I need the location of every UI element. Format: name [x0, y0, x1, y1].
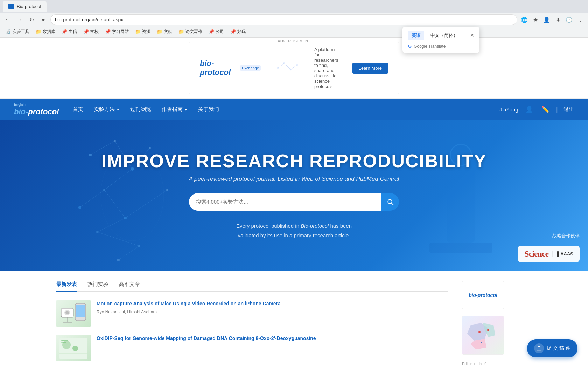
validation-text-2: has been: [330, 223, 352, 229]
validation-brand: Bio-protocol: [301, 223, 329, 229]
user-name: JiaZong: [499, 107, 518, 113]
tab-favicon: [8, 4, 14, 9]
sidebar-logo: bio-protocol: [462, 281, 504, 309]
partner-label: 战略合作伙伴: [552, 233, 580, 239]
nav-home-label: 首页: [73, 106, 83, 113]
toolbar-icons: 🌐 ★ 👤 ⬇ 🕐 ⋮: [519, 15, 585, 25]
search-input[interactable]: [189, 193, 382, 211]
partner-divider: |: [552, 250, 554, 258]
tab-latest[interactable]: 最新发表: [56, 281, 77, 292]
extensions-button[interactable]: 🌐: [519, 15, 529, 25]
nav-guide[interactable]: 作者指南 ▼: [162, 106, 188, 113]
header-divider: |: [556, 105, 558, 114]
article-title-2[interactable]: OxiDIP-Seq for Genome-wide Mapping of Da…: [97, 335, 448, 342]
sidebar: bio-protocol Edit: [462, 281, 532, 368]
nav-archive[interactable]: 过刊浏览: [130, 106, 151, 113]
editor-in-chief-label: Editor-in-chief: [462, 362, 532, 366]
active-tab[interactable]: Bio-protocol: [3, 1, 47, 12]
bookmark-resources-icon: 📁: [135, 29, 141, 34]
nav-home[interactable]: 首页: [73, 106, 83, 113]
search-button[interactable]: [382, 193, 399, 211]
article-item-2: OxiDIP-Seq for Genome-wide Mapping of Da…: [56, 335, 448, 361]
bookmark-tools[interactable]: 🔬 实验工具: [3, 27, 32, 36]
more-button[interactable]: ⋮: [575, 15, 585, 25]
translate-to-btn[interactable]: 中文（简体）: [427, 31, 461, 40]
bookmark-papers-label: 文献: [164, 29, 172, 35]
article-info-1: Motion-capture Analysis of Mice Using a …: [97, 300, 448, 314]
svg-rect-32: [429, 243, 492, 253]
profile-button[interactable]: 👤: [542, 15, 552, 25]
article-2-thumbnail: [58, 336, 89, 361]
hero-title: IMPROVE RESEARCH REPRODUCIBILITY: [101, 150, 486, 171]
translate-from-btn[interactable]: 英语: [408, 31, 424, 40]
address-bar[interactable]: [50, 14, 517, 25]
site-lang: English: [14, 103, 59, 107]
svg-line-5: [284, 63, 290, 69]
submit-button-label: 提 交 稿 件: [547, 345, 570, 352]
svg-line-25: [118, 246, 139, 260]
tab-cited[interactable]: 高引文章: [119, 281, 140, 292]
svg-rect-47: [61, 342, 66, 343]
content-tabs: 最新发表 热门实验 高引文章: [56, 281, 448, 292]
tab-popular[interactable]: 热门实验: [88, 281, 108, 292]
bookmark-writing[interactable]: 📁 论文写作: [176, 27, 205, 36]
bookmark-learn[interactable]: 📌 学习网站: [102, 27, 132, 36]
svg-rect-36: [76, 305, 85, 317]
bookmark-school[interactable]: 📌 学校: [80, 27, 102, 36]
main-content: 最新发表 热门实验 高引文章: [56, 281, 448, 368]
svg-line-4: [278, 63, 284, 68]
bookmark-company[interactable]: 📌 公司: [206, 27, 227, 36]
bookmark-star[interactable]: ★: [531, 15, 540, 25]
svg-point-51: [478, 331, 481, 333]
bookmark-bio-icon: 📌: [62, 29, 67, 34]
forward-button[interactable]: →: [15, 15, 24, 25]
submit-icon: [534, 343, 544, 353]
history-button[interactable]: 🕐: [564, 15, 574, 25]
hero-section: IMPROVE RESEARCH REPRODUCIBILITY A peer-…: [0, 120, 588, 271]
nav-about[interactable]: 关于我们: [198, 106, 219, 113]
bookmark-resources-label: 资源: [142, 29, 150, 35]
ad-logo: bio-protocol Exchange: [200, 59, 261, 77]
nav-methods-arrow: ▼: [116, 108, 120, 111]
svg-line-24: [97, 232, 139, 246]
bookmark-resources[interactable]: 📁 资源: [132, 27, 153, 36]
validation-text-3: validated by its use in a primary resear…: [238, 231, 350, 240]
article-item: Motion-capture Analysis of Mice Using a …: [56, 300, 448, 327]
bookmark-school-label: 学校: [90, 29, 99, 35]
sidebar-logo-text: bio-protocol: [469, 292, 497, 298]
bookmark-bio-label: 生信: [69, 29, 77, 35]
svg-line-34: [392, 203, 393, 205]
bookmark-bio[interactable]: 📌 生信: [59, 27, 80, 36]
logout-button[interactable]: 退出: [564, 106, 574, 113]
site-logo-text: bio-protocol: [14, 107, 59, 116]
browser-chrome: Bio-protocol ← → ↻ ● 🌐 ★ 👤 ⬇ 🕐 ⋮ 🔬 实验工具 …: [0, 0, 588, 38]
back-button[interactable]: ←: [3, 15, 13, 25]
bookmark-db[interactable]: 📁 数据库: [33, 27, 58, 36]
nav-methods[interactable]: 实验方法 ▼: [94, 106, 120, 113]
reload-button[interactable]: ↻: [27, 15, 36, 25]
hero-subtitle: A peer-reviewed protocol journal. Listed…: [189, 176, 399, 183]
learn-more-button[interactable]: Learn More: [352, 63, 388, 74]
header-right: JiaZong 👤 ✏️ | 退出: [499, 104, 574, 115]
logo-bio: bio-: [14, 107, 28, 116]
bookmark-db-label: 数据库: [43, 29, 55, 35]
user-avatar-btn[interactable]: 👤: [524, 104, 534, 115]
bookmark-tools-label: 实验工具: [13, 29, 29, 35]
bookmark-papers[interactable]: 📁 文献: [154, 27, 175, 36]
bookmark-fun[interactable]: 📌 好玩: [227, 27, 248, 36]
partner-badge: Science | ▌AAAS: [518, 246, 580, 262]
download-button[interactable]: ⬇: [553, 15, 563, 25]
article-info-2: OxiDIP-Seq for Genome-wide Mapping of Da…: [97, 335, 448, 344]
submit-manuscript-button[interactable]: 提 交 稿 件: [527, 339, 578, 357]
bookmark-company-label: 公司: [216, 29, 224, 35]
upload-icon: [536, 346, 542, 351]
search-icon: [387, 198, 394, 205]
translate-popup: 英语 中文（简体） × G Google Translate: [402, 27, 479, 53]
translate-close-button[interactable]: ×: [470, 32, 474, 39]
home-button[interactable]: ●: [38, 15, 48, 25]
article-title-1[interactable]: Motion-capture Analysis of Mice Using a …: [97, 300, 448, 307]
svg-line-22: [104, 190, 125, 218]
edit-btn[interactable]: ✏️: [540, 104, 551, 115]
search-bar: [189, 193, 399, 211]
bookmark-folder-icon: 🔬: [6, 29, 11, 34]
